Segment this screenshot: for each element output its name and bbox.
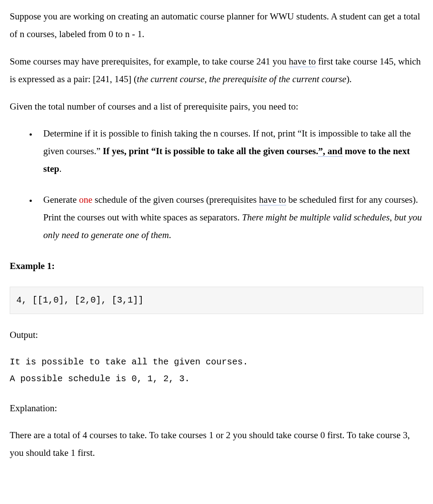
requirements-list: Determine if it is possible to finish ta… [10, 125, 423, 244]
text: . [169, 230, 171, 240]
underlined-text: have to [289, 56, 316, 67]
italic-text: the current course, the prerequisite of … [137, 74, 346, 84]
text: Generate [43, 194, 79, 205]
text: Some courses may have prerequisites, for… [10, 56, 289, 67]
explanation-label: Explanation: [10, 400, 423, 417]
underlined-text: ”, and [318, 146, 343, 157]
text: If yes, print “It is possible to take al… [103, 146, 318, 156]
highlighted-text: one [79, 194, 92, 205]
list-item: Generate one schedule of the given cours… [37, 191, 423, 244]
example-heading: Example 1: [10, 258, 423, 275]
text: schedule of the given courses (prerequis… [92, 194, 259, 205]
explanation-text: There are a total of 4 courses to take. … [10, 427, 423, 462]
example-output: It is possible to take all the given cou… [10, 354, 423, 387]
intro-paragraph-3: Given the total number of courses and a … [10, 98, 423, 116]
intro-paragraph-1: Suppose you are working on creating an a… [10, 8, 423, 43]
example-input-code: 4, [[1,0], [2,0], [3,1]] [10, 287, 423, 314]
intro-paragraph-2: Some courses may have prerequisites, for… [10, 53, 423, 88]
text: . [59, 163, 61, 174]
text: ). [346, 74, 352, 84]
output-label: Output: [10, 326, 423, 344]
underlined-text: have to [259, 194, 286, 205]
list-item: Determine if it is possible to finish ta… [37, 125, 423, 178]
